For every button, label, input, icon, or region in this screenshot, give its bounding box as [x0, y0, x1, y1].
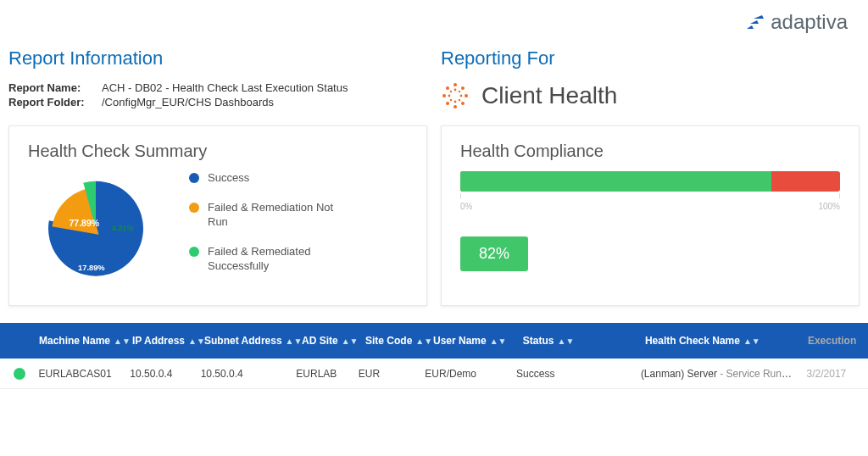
product-name: Client Health: [481, 82, 617, 109]
svg-point-9: [442, 94, 446, 97]
sort-icon: ▲▼: [342, 339, 359, 343]
svg-point-14: [448, 95, 451, 97]
cards-row: Health Check Summary: [0, 110, 868, 306]
legend-label: Success: [208, 171, 249, 186]
report-info-title: Report Information: [8, 47, 415, 70]
cell-adsite: EURLAB: [291, 368, 353, 380]
svg-point-10: [446, 86, 449, 90]
brand-logo: adaptiva: [745, 10, 848, 34]
svg-marker-2: [754, 15, 764, 19]
svg-point-13: [454, 101, 457, 103]
cell-machine: EURLABCAS01: [34, 368, 125, 380]
health-check-summary-card: Health Check Summary: [8, 125, 427, 306]
pie-label-remediated: 4.21%: [112, 224, 135, 232]
svg-marker-1: [750, 20, 759, 24]
svg-point-6: [461, 102, 465, 105]
reporting-for-product: Client Health: [441, 81, 848, 110]
summary-title: Health Check Summary: [28, 142, 408, 161]
table-row[interactable]: EURLABCAS01 10.50.0.4 10.50.0.4 EURLAB E…: [0, 359, 868, 389]
cell-user: EUR/Demo: [420, 368, 511, 380]
svg-marker-0: [747, 25, 754, 29]
svg-point-11: [454, 89, 457, 92]
adaptiva-logo-icon: [745, 14, 765, 31]
cell-status: Success: [511, 368, 636, 380]
svg-point-8: [446, 102, 449, 105]
svg-point-7: [453, 105, 457, 108]
sort-icon: ▲▼: [558, 339, 575, 343]
svg-point-17: [450, 99, 452, 101]
client-health-icon: [441, 81, 470, 110]
compliance-scale: 0% 100%: [460, 202, 840, 211]
svg-point-12: [460, 95, 463, 97]
info-value: ACH - DB02 - Health Check Last Execution…: [102, 81, 348, 94]
reporting-for-title: Reporting For: [441, 47, 848, 70]
info-label: Report Folder:: [8, 96, 102, 108]
col-site-code[interactable]: Site Code▲▼: [360, 335, 428, 347]
legend-success: Success: [189, 171, 350, 186]
svg-point-3: [453, 83, 457, 86]
report-information: Report Information Report Name: ACH - DB…: [8, 47, 415, 110]
info-label: Report Name:: [8, 81, 102, 94]
col-user-name[interactable]: User Name▲▼: [428, 335, 518, 347]
compliance-badge: 82%: [460, 236, 528, 271]
top-section: Report Information Report Name: ACH - DB…: [0, 39, 868, 110]
sort-icon: ▲▼: [743, 339, 760, 343]
results-table: Machine Name▲▼ IP Address▲▼ Subnet Addre…: [0, 323, 868, 389]
cell-sitecode: EUR: [353, 368, 420, 380]
legend-failed-notrun: Failed & Remediation Not Run: [189, 201, 350, 230]
info-row-name: Report Name: ACH - DB02 - Health Check L…: [8, 81, 415, 94]
pie-label-failed-notrun: 17.89%: [78, 264, 105, 272]
sort-icon: ▲▼: [490, 339, 507, 343]
legend-label: Failed & Remediated Successfully: [208, 245, 350, 274]
col-subnet-address[interactable]: Subnet Address▲▼: [199, 335, 297, 347]
svg-point-4: [461, 86, 465, 90]
table-header: Machine Name▲▼ IP Address▲▼ Subnet Addre…: [0, 323, 868, 359]
health-compliance-card: Health Compliance 0% 100% 82%: [441, 125, 860, 306]
svg-point-18: [450, 91, 452, 92]
brand-name: adaptiva: [771, 10, 848, 34]
dot-icon: [189, 203, 199, 213]
cell-health-check: (Lanman) Server - Service Running: [636, 368, 802, 380]
cell-execution: 3/2/2017: [802, 368, 868, 380]
legend-failed-remediated: Failed & Remediated Successfully: [189, 245, 350, 274]
status-dot-icon: [14, 368, 25, 380]
compliance-title: Health Compliance: [460, 142, 840, 161]
scale-min: 0%: [460, 202, 472, 211]
dot-icon: [189, 247, 199, 257]
info-row-folder: Report Folder: /ConfigMgr_EUR/CHS Dashbo…: [8, 96, 415, 108]
compliance-bar: [460, 171, 840, 192]
col-ad-site[interactable]: AD Site▲▼: [297, 335, 360, 347]
col-machine-name[interactable]: Machine Name▲▼: [34, 335, 127, 347]
cell-ip: 10.50.0.4: [125, 368, 195, 380]
col-execution[interactable]: Execution: [803, 335, 868, 347]
svg-point-5: [465, 94, 468, 97]
pie-chart: 77.89% 17.89% 4.21%: [28, 171, 164, 290]
col-health-check-name[interactable]: Health Check Name▲▼: [640, 335, 803, 347]
col-ip-address[interactable]: IP Address▲▼: [127, 335, 199, 347]
svg-point-15: [459, 91, 460, 92]
compliance-bar-fill: [460, 171, 771, 192]
svg-point-16: [459, 99, 460, 101]
info-value: /ConfigMgr_EUR/CHS Dashboards: [102, 96, 274, 108]
cell-subnet: 10.50.0.4: [196, 368, 292, 380]
dot-icon: [189, 173, 199, 183]
scale-max: 100%: [818, 202, 840, 211]
reporting-for: Reporting For Client Health: [441, 47, 848, 110]
col-status[interactable]: Status▲▼: [518, 335, 640, 347]
pie-label-success: 77.89%: [70, 218, 100, 228]
legend-label: Failed & Remediation Not Run: [208, 201, 350, 230]
header: adaptiva: [0, 0, 868, 39]
pie-legend: Success Failed & Remediation Not Run Fai…: [189, 171, 350, 273]
